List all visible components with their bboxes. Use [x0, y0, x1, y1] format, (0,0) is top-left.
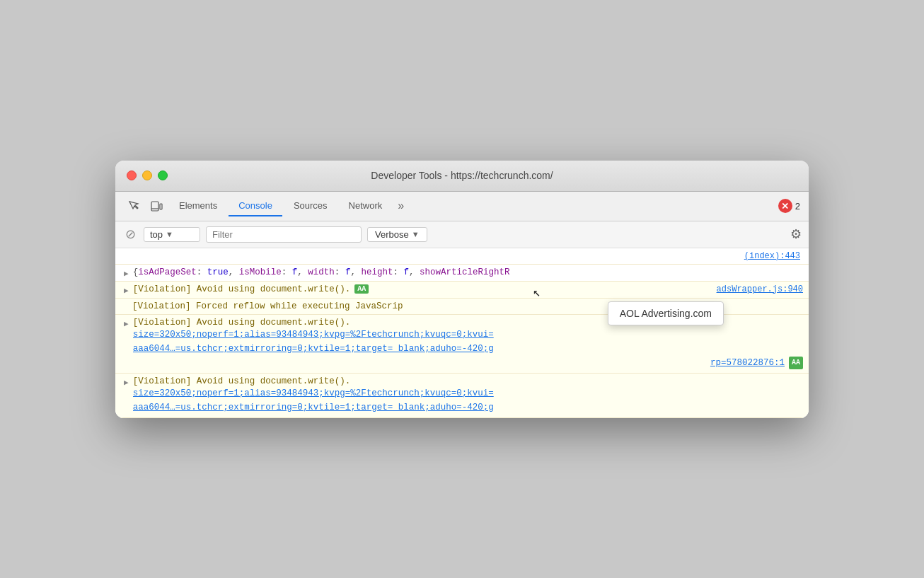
- context-selector[interactable]: top ▼: [144, 227, 200, 242]
- aa-tooltip: AOL Advertising.com: [608, 301, 724, 325]
- violation3-label: [Violation] Avoid using document.write()…: [133, 318, 351, 328]
- error-badge: ✕ 2: [778, 199, 800, 213]
- traffic-lights: [127, 170, 168, 180]
- error-count: 2: [795, 201, 800, 212]
- violation4-header: [Violation] Avoid using document.write()…: [133, 376, 803, 386]
- console-filter-row: ⊘ top ▼ Verbose ▼ ⚙: [115, 221, 809, 248]
- violation1-text: [Violation] Avoid using document.write()…: [133, 284, 803, 294]
- violation4-content: [Violation] Avoid using document.write()…: [133, 376, 803, 415]
- filter-input[interactable]: [206, 226, 362, 243]
- close-button[interactable]: [127, 170, 137, 180]
- violation4-link1[interactable]: size=320x50;noperf=1;alias=93484943;kvpg…: [133, 388, 494, 398]
- devtools-window: Developer Tools - https://techcrunch.com…: [115, 161, 809, 418]
- log-entry-violation4: [Violation] Avoid using document.write()…: [115, 374, 809, 418]
- console-output: (index):443 {isAdPageSet: true, isMobile…: [115, 248, 809, 418]
- aa-badge-2[interactable]: AA: [789, 357, 803, 369]
- verbose-arrow-icon: ▼: [412, 230, 420, 238]
- more-tabs-button[interactable]: »: [393, 200, 408, 212]
- violation3-link1[interactable]: size=320x50;noperf=1;alias=93484943;kvpg…: [133, 330, 494, 340]
- settings-icon[interactable]: ⚙: [790, 226, 802, 242]
- error-icon: ✕: [778, 199, 792, 213]
- entry-expand-icon[interactable]: [124, 319, 129, 328]
- violation2-label: [Violation] Forced reflow while executin…: [132, 301, 403, 311]
- violation3-content: [Violation] Avoid using document.write()…: [133, 318, 803, 370]
- violation4-body: size=320x50;noperf=1;alias=93484943;kvpg…: [133, 386, 803, 415]
- tab-elements[interactable]: Elements: [169, 196, 227, 216]
- context-arrow-icon: ▼: [166, 230, 173, 238]
- violation4-link2[interactable]: aaa6044…=us.tchcr;extmirroring=0;kvtile=…: [133, 403, 494, 412]
- entry-expand-icon[interactable]: [124, 269, 129, 278]
- context-label: top: [150, 229, 163, 240]
- tab-list: Elements Console Sources Network »: [169, 196, 775, 216]
- object-log-text: {isAdPageSet: true, isMobile: f, width: …: [133, 267, 803, 277]
- inspect-element-button[interactable]: [124, 196, 144, 216]
- aa-badge-1[interactable]: AA: [354, 284, 369, 294]
- devtools-toolbar: Elements Console Sources Network » ✕ 2: [115, 192, 809, 221]
- minimize-button[interactable]: [142, 170, 152, 180]
- violation3-body: size=320x50;noperf=1;alias=93484943;kvpg…: [133, 328, 803, 370]
- tab-network[interactable]: Network: [339, 196, 393, 216]
- entry-expand-icon[interactable]: [124, 378, 129, 387]
- maximize-button[interactable]: [158, 170, 168, 180]
- violation3-link3[interactable]: rp=578022876:1: [710, 356, 785, 370]
- violation3-link2[interactable]: aaa6044…=us.tchcr;extmirroring=0;kvtile=…: [133, 344, 494, 354]
- index-file-ref[interactable]: (index):443: [744, 251, 800, 261]
- tab-sources[interactable]: Sources: [284, 196, 337, 216]
- svg-rect-0: [151, 202, 158, 211]
- entry-expand-icon[interactable]: [124, 286, 129, 295]
- violation4-label: [Violation] Avoid using document.write()…: [133, 376, 351, 386]
- ads-wrapper-ref[interactable]: adsWrapper.js:940: [717, 284, 803, 294]
- verbose-label: Verbose: [375, 229, 409, 240]
- svg-rect-1: [160, 204, 162, 209]
- violation1-label: [Violation] Avoid using document.write()…: [133, 284, 351, 294]
- violation3-last-row: rp=578022876:1 AA: [133, 356, 803, 370]
- log-level-selector[interactable]: Verbose ▼: [367, 227, 427, 242]
- violation1-row: [Violation] Avoid using document.write()…: [133, 284, 803, 294]
- log-entry-violation1: [Violation] Avoid using document.write()…: [115, 282, 809, 299]
- tab-console[interactable]: Console: [229, 196, 282, 216]
- clear-console-button[interactable]: ⊘: [122, 226, 138, 242]
- filter-input-wrapper: [206, 226, 362, 243]
- log-entry-object: {isAdPageSet: true, isMobile: f, width: …: [115, 265, 809, 282]
- title-bar: Developer Tools - https://techcrunch.com…: [115, 161, 809, 192]
- window-title: Developer Tools - https://techcrunch.com…: [371, 170, 553, 181]
- tooltip-text: AOL Advertising.com: [620, 308, 712, 319]
- device-toggle-button[interactable]: [146, 196, 166, 216]
- log-entry-index-ref: (index):443: [115, 248, 809, 265]
